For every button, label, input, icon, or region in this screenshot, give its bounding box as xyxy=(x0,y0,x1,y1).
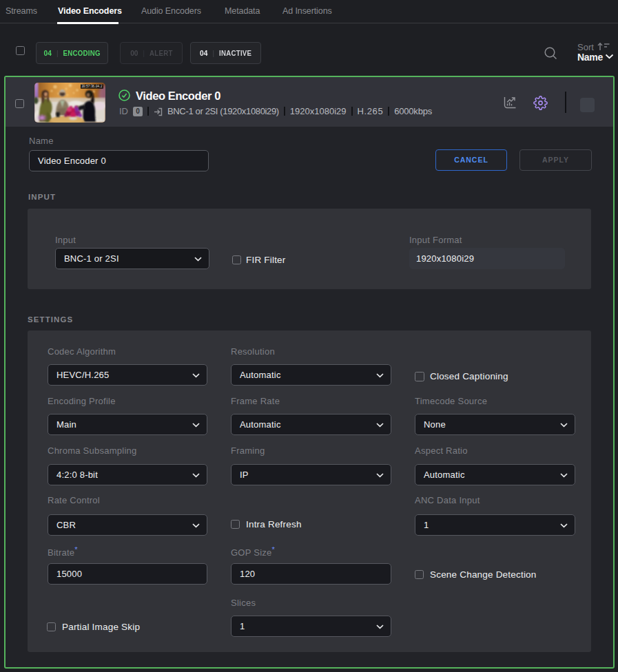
svg-text:Style: Style xyxy=(95,118,103,122)
svg-text:20:57:36.04.2: 20:57:36.04.2 xyxy=(81,85,103,88)
